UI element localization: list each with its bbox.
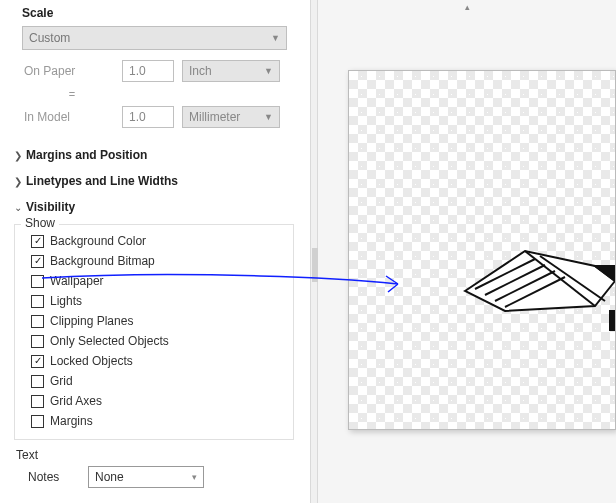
show-checkbox-row[interactable]: Wallpaper — [23, 271, 285, 291]
margins-section-header[interactable]: ❯ Margins and Position — [12, 142, 298, 168]
checkbox-icon[interactable]: ✓ — [31, 255, 44, 268]
svg-marker-0 — [465, 251, 615, 311]
show-checkbox-row[interactable]: Grid — [23, 371, 285, 391]
show-checkbox-row[interactable]: ✓Background Color — [23, 231, 285, 251]
chevron-down-icon: ▼ — [264, 112, 273, 122]
chevron-down-icon: ▼ — [264, 66, 273, 76]
in-model-label: In Model — [22, 110, 122, 124]
scale-preset-select[interactable]: Custom ▼ — [22, 26, 287, 50]
checkbox-icon[interactable]: ✓ — [31, 355, 44, 368]
preview-canvas[interactable] — [348, 70, 616, 430]
show-legend: Show — [21, 216, 59, 230]
chevron-down-icon: ▼ — [271, 33, 280, 43]
chevron-down-icon: ▾ — [192, 472, 197, 482]
checkbox-label: Background Color — [50, 234, 146, 248]
checkbox-label: Background Bitmap — [50, 254, 155, 268]
checkbox-icon[interactable] — [31, 415, 44, 428]
scroll-up-icon[interactable]: ▴ — [318, 2, 616, 12]
checkbox-label: Only Selected Objects — [50, 334, 169, 348]
linetypes-title: Linetypes and Line Widths — [26, 174, 178, 188]
checkbox-label: Locked Objects — [50, 354, 133, 368]
show-checkbox-row[interactable]: Clipping Planes — [23, 311, 285, 331]
notes-label: Notes — [28, 470, 88, 484]
checkbox-icon[interactable] — [31, 315, 44, 328]
checkbox-label: Grid — [50, 374, 73, 388]
checkbox-label: Clipping Planes — [50, 314, 133, 328]
notes-select[interactable]: None ▾ — [88, 466, 204, 488]
scale-heading: Scale — [22, 0, 298, 26]
margins-title: Margins and Position — [26, 148, 147, 162]
settings-panel: Scale Custom ▼ On Paper 1.0 Inch ▼ = In … — [0, 0, 310, 503]
checkbox-icon[interactable] — [31, 375, 44, 388]
checkbox-icon[interactable]: ✓ — [31, 235, 44, 248]
model-drawing — [445, 211, 616, 331]
on-paper-unit-select[interactable]: Inch ▼ — [182, 60, 280, 82]
show-checkbox-row[interactable]: ✓Locked Objects — [23, 351, 285, 371]
show-checkbox-row[interactable]: Grid Axes — [23, 391, 285, 411]
panel-splitter[interactable] — [310, 0, 318, 503]
linetypes-section-header[interactable]: ❯ Linetypes and Line Widths — [12, 168, 298, 194]
scale-section: Scale Custom ▼ On Paper 1.0 Inch ▼ = In … — [12, 0, 298, 142]
checkbox-icon[interactable] — [31, 395, 44, 408]
checkbox-label: Wallpaper — [50, 274, 104, 288]
show-checkbox-row[interactable]: ✓Background Bitmap — [23, 251, 285, 271]
checkbox-icon[interactable] — [31, 295, 44, 308]
text-heading: Text — [16, 448, 298, 462]
equals-label: = — [22, 88, 122, 100]
on-paper-input[interactable]: 1.0 — [122, 60, 174, 82]
show-checkbox-row[interactable]: Only Selected Objects — [23, 331, 285, 351]
chevron-right-icon: ❯ — [12, 176, 24, 187]
checkbox-icon[interactable] — [31, 275, 44, 288]
checkbox-icon[interactable] — [31, 335, 44, 348]
in-model-unit-select[interactable]: Millimeter ▼ — [182, 106, 280, 128]
checkbox-label: Grid Axes — [50, 394, 102, 408]
text-section: Text Notes None ▾ — [12, 448, 298, 488]
notes-value: None — [95, 470, 124, 484]
visibility-title: Visibility — [26, 200, 75, 214]
in-model-input[interactable]: 1.0 — [122, 106, 174, 128]
show-checkbox-row[interactable]: Margins — [23, 411, 285, 431]
show-checkbox-row[interactable]: Lights — [23, 291, 285, 311]
on-paper-label: On Paper — [22, 64, 122, 78]
preview-pane: ▴ — [318, 0, 616, 503]
chevron-down-icon: ⌄ — [12, 202, 24, 213]
checkbox-label: Margins — [50, 414, 93, 428]
show-fieldset: Show ✓Background Color✓Background Bitmap… — [14, 224, 294, 440]
svg-rect-8 — [610, 311, 616, 331]
checkbox-label: Lights — [50, 294, 82, 308]
scale-preset-value: Custom — [29, 31, 70, 45]
chevron-right-icon: ❯ — [12, 150, 24, 161]
